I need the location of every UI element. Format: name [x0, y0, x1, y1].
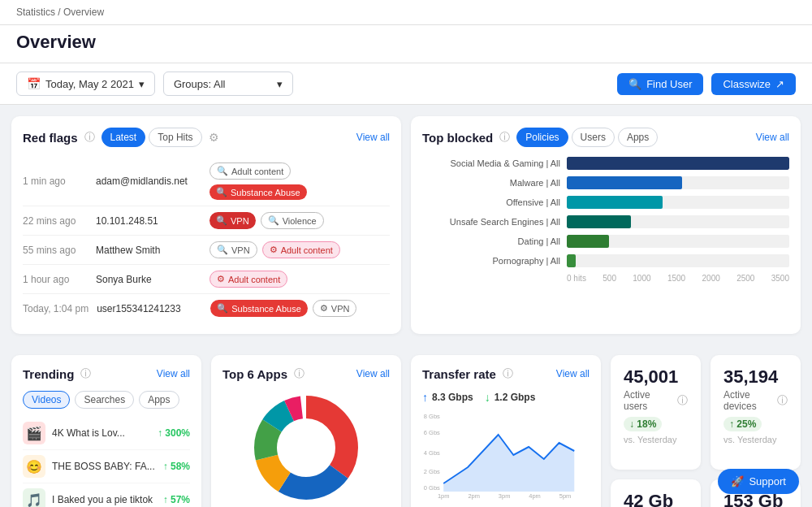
search-icon: 🔍	[628, 78, 641, 90]
bar-row: Unsafe Search Engines | All	[422, 215, 789, 228]
tag: 🔍 Violence	[261, 212, 324, 229]
external-link-icon: ↗	[775, 78, 784, 90]
info-icon[interactable]: ⓘ	[503, 366, 513, 381]
search-icon: 🔍	[268, 215, 279, 226]
red-flags-view-all[interactable]: View all	[356, 132, 390, 143]
tab-policies[interactable]: Policies	[516, 128, 568, 147]
page-title: Overview	[16, 32, 796, 53]
info-icon[interactable]: ⓘ	[294, 366, 304, 381]
support-button[interactable]: 🚀 Support	[718, 469, 799, 494]
chart-axis: 0 hits 500 1000 1500 2000 2500 3500	[422, 274, 789, 283]
red-flags-header: Red flags ⓘ Latest Top Hits ⚙ View all	[23, 128, 390, 147]
trending-filters: Videos Searches Apps	[23, 391, 190, 409]
trending-header: Trending ⓘ View all	[23, 366, 190, 381]
search-icon: 🔍	[217, 166, 228, 176]
top-bar: Statistics / Overview	[0, 0, 812, 25]
arrow-down-icon: ↓	[485, 391, 490, 404]
chevron-down-icon: ▾	[277, 78, 283, 90]
main-content: Red flags ⓘ Latest Top Hits ⚙ View all 1…	[0, 105, 812, 355]
transfer-rate-header: Transfer rate ⓘ View all	[422, 366, 590, 381]
table-row: 55 mins ago Matthew Smith 🔍 VPN ⚙ Adult …	[23, 236, 390, 265]
top-blocked-card: Top blocked ⓘ Policies Users Apps View a…	[411, 116, 801, 334]
arrow-up-icon: ↑	[422, 391, 428, 404]
search-icon: 🔍	[216, 187, 227, 197]
svg-text:2pm: 2pm	[468, 492, 480, 500]
transfer-rate-view-all[interactable]: View all	[556, 368, 590, 379]
info-icon[interactable]: ⓘ	[777, 393, 788, 408]
top-blocked-title-row: Top blocked ⓘ Policies Users Apps	[422, 128, 658, 147]
transfer-rate-title: Transfer rate	[422, 367, 496, 381]
svg-text:0 Gbs: 0 Gbs	[424, 484, 440, 492]
top-apps-title-row: Top 6 Apps ⓘ	[222, 366, 304, 381]
svg-point-6	[279, 420, 334, 475]
bar-row: Dating | All	[422, 235, 789, 248]
stat-active-users: 45,001 Active users ⓘ ↓ 18% vs. Yesterda…	[611, 355, 701, 470]
svg-text:6 Gbs: 6 Gbs	[424, 429, 440, 436]
table-row: 1 hour ago Sonya Burke ⚙ Adult content	[23, 265, 390, 294]
trending-thumbnail: 😊	[23, 455, 45, 478]
svg-marker-12	[443, 435, 574, 492]
filter-apps[interactable]: Apps	[139, 391, 179, 409]
breadcrumb: Statistics / Overview	[16, 6, 104, 18]
top-apps-header: Top 6 Apps ⓘ View all	[222, 366, 390, 381]
top-blocked-header: Top blocked ⓘ Policies Users Apps View a…	[422, 128, 789, 147]
red-flags-tabs: Latest Top Hits	[102, 128, 202, 147]
trending-view-all[interactable]: View all	[157, 368, 190, 379]
info-icon[interactable]: ⓘ	[499, 130, 510, 145]
bottom-grid: Trending ⓘ View all Videos Searches Apps…	[0, 355, 812, 507]
search-icon: 🔍	[217, 245, 228, 255]
search-icon: 🔍	[216, 215, 227, 226]
svg-text:2 Gbs: 2 Gbs	[424, 468, 440, 475]
info-icon[interactable]: ⓘ	[84, 130, 95, 145]
trending-thumbnail: 🎬	[23, 422, 45, 444]
top-blocked-view-all[interactable]: View all	[756, 132, 789, 143]
tag: 🔍 VPN	[209, 241, 257, 258]
tab-users[interactable]: Users	[572, 128, 615, 147]
top-apps-card: Top 6 Apps ⓘ View all Youtube (35%)	[211, 355, 401, 507]
red-flags-table: 1 min ago adam@midlandis.net 🔍 Adult con…	[23, 157, 390, 323]
info-icon[interactable]: ⓘ	[80, 366, 91, 381]
tag: ⚙ Adult content	[209, 271, 287, 288]
filter-videos[interactable]: Videos	[23, 391, 70, 409]
bar-row: Malware | All	[422, 176, 789, 189]
stat-active-devices: 35,194 Active devices ⓘ ↑ 25% vs. Yester…	[710, 355, 801, 470]
toolbar-left: 📅 Today, May 2 2021 ▾ Groups: All ▾	[16, 72, 293, 96]
bar-row: Pornography | All	[422, 254, 789, 267]
find-user-button[interactable]: 🔍 Find User	[617, 73, 703, 95]
settings-icon[interactable]: ⚙	[209, 131, 219, 144]
trending-title: Trending	[23, 367, 74, 381]
svg-text:4pm: 4pm	[529, 492, 541, 500]
svg-text:3pm: 3pm	[499, 492, 511, 500]
transfer-rate-chart: 8 Gbs 6 Gbs 4 Gbs 2 Gbs 0 Gbs 1pm 2pm 3p…	[422, 410, 590, 500]
page-header: Overview	[0, 25, 812, 63]
classwize-button[interactable]: Classwize ↗	[711, 73, 796, 95]
toolbar-right: 🔍 Find User Classwize ↗	[617, 73, 796, 95]
red-flags-title: Red flags	[23, 131, 78, 145]
group-picker-button[interactable]: Groups: All ▾	[163, 72, 293, 96]
tag: 🔍 Adult content	[209, 162, 291, 180]
filter-searches[interactable]: Searches	[75, 391, 134, 409]
top-apps-view-all[interactable]: View all	[356, 368, 390, 379]
svg-text:8 Gbs: 8 Gbs	[424, 413, 440, 420]
bar-row: Offensive | All	[422, 196, 789, 209]
red-flags-card: Red flags ⓘ Latest Top Hits ⚙ View all 1…	[11, 116, 401, 334]
toolbar: 📅 Today, May 2 2021 ▾ Groups: All ▾ 🔍 Fi…	[0, 63, 812, 105]
info-icon[interactable]: ⓘ	[677, 393, 688, 408]
date-picker-button[interactable]: 📅 Today, May 2 2021 ▾	[16, 72, 155, 96]
top-apps-title: Top 6 Apps	[222, 367, 287, 381]
chevron-down-icon: ▾	[139, 78, 145, 90]
table-row: 22 mins ago 10.101.248.51 🔍 VPN 🔍 Violen…	[23, 206, 390, 236]
tab-apps[interactable]: Apps	[618, 128, 658, 147]
bar-row: Social Media & Gaming | All	[422, 157, 789, 170]
tab-top-hits[interactable]: Top Hits	[149, 128, 201, 147]
table-row: Today, 1:04 pm user155341241233 🔍 Substa…	[23, 294, 390, 323]
top-blocked-title: Top blocked	[422, 131, 493, 145]
settings-icon: ⚙	[217, 274, 225, 284]
list-item: 🎬 4K What is Lov... ↑ 300%	[23, 417, 190, 450]
tab-latest[interactable]: Latest	[102, 128, 146, 147]
settings-icon: ⚙	[320, 303, 328, 314]
trending-thumbnail: 🎵	[23, 488, 45, 507]
top-blocked-chart: Social Media & Gaming | All Malware | Al…	[422, 157, 789, 283]
tag: ⚙ VPN	[313, 300, 357, 317]
calendar-icon: 📅	[27, 77, 41, 90]
